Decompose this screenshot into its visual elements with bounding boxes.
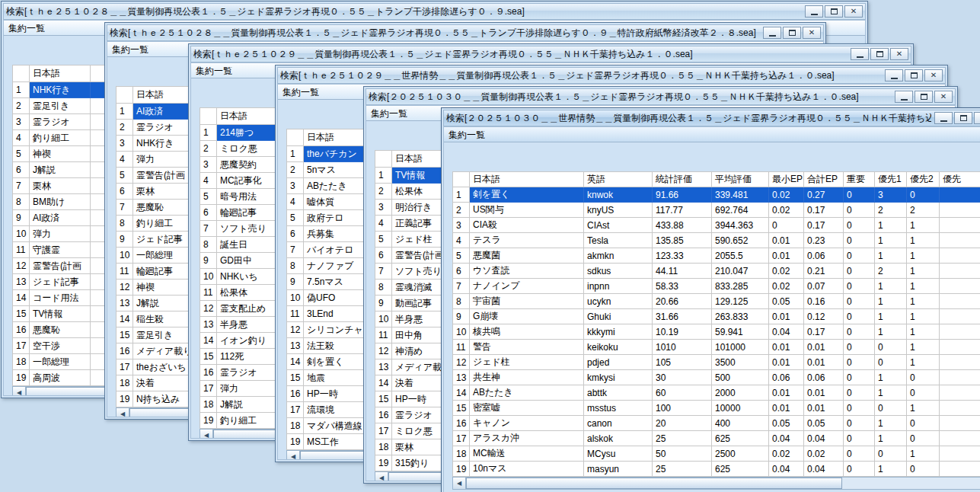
maximize-button[interactable] (825, 5, 843, 18)
grid-cell[interactable]: NHKいち (217, 269, 278, 285)
grid-cell[interactable]: 3 (875, 187, 907, 203)
grid-cell[interactable]: 50 (653, 446, 712, 462)
grid-cell[interactable]: 1 (907, 218, 940, 233)
grid-cell[interactable]: 警告 (470, 340, 584, 355)
row-number-cell[interactable]: 2 (13, 98, 30, 114)
row-number-cell[interactable]: 8 (117, 216, 133, 232)
grid-cell[interactable]: 神禊 (133, 280, 194, 296)
grid-cell[interactable]: ジェド柱 (470, 355, 584, 370)
row-number-cell[interactable]: 11 (287, 306, 304, 322)
row-number-cell[interactable]: 12 (200, 301, 217, 317)
minimize-button[interactable] (763, 27, 781, 39)
grid-cell[interactable]: 0.01 (769, 355, 804, 370)
grid-cell[interactable]: 590.652 (712, 233, 769, 248)
grid-cell[interactable]: 0 (844, 355, 875, 370)
grid-cell[interactable]: 弾力 (133, 152, 194, 168)
grid-cell[interactable]: CIA殺 (470, 218, 584, 233)
grid-cell[interactable]: 25 (653, 431, 712, 446)
grid-cell[interactable]: 兵募集 (304, 226, 365, 242)
grid-cell[interactable] (940, 187, 980, 203)
row-number-cell[interactable]: 4 (200, 173, 217, 189)
row-number-cell[interactable]: 11 (200, 285, 217, 301)
grid-cell[interactable]: 2000 (712, 385, 769, 401)
grid-cell[interactable]: theバチカン (304, 146, 365, 162)
grid-cell[interactable]: 0.01 (769, 401, 804, 416)
row-number-cell[interactable]: 6 (200, 205, 217, 221)
grid-cell[interactable]: keikoku (584, 340, 653, 355)
grid-cell[interactable]: 0 (844, 462, 875, 477)
minimize-button[interactable] (851, 48, 869, 60)
grid-cell[interactable]: 輪廻記事 (133, 264, 194, 280)
grid-cell[interactable]: 1 (907, 248, 940, 264)
row-number-cell[interactable]: 15 (200, 349, 217, 365)
grid-cell[interactable]: 10nマス (470, 462, 584, 477)
row-number-cell[interactable]: 10 (453, 324, 470, 340)
grid-cell[interactable]: G崩壊 (470, 309, 584, 324)
minimize-button[interactable] (895, 91, 913, 103)
grid-cell[interactable]: 101000 (712, 340, 769, 355)
grid-cell[interactable] (940, 370, 980, 385)
grid-cell[interactable]: 1 (907, 279, 940, 294)
grid-cell[interactable]: 0 (844, 340, 875, 355)
table-row[interactable]: 3CIA殺CIAst433.883944.36300.17011 (453, 218, 980, 233)
grid-cell[interactable]: 霊警告(計画 (30, 258, 91, 274)
grid-cell[interactable]: 地震 (304, 370, 365, 386)
row-number-cell[interactable]: 13 (453, 370, 470, 385)
grid-cell[interactable]: 1 (875, 233, 907, 248)
row-number-cell[interactable]: 1 (200, 125, 217, 141)
grid-cell[interactable]: knyUS (584, 203, 653, 218)
grid-cell[interactable]: 0.07 (804, 279, 844, 294)
row-number-cell[interactable]: 1 (117, 104, 133, 120)
grid-cell[interactable] (940, 385, 980, 401)
close-button[interactable]: ✕ (924, 69, 943, 81)
grid-cell[interactable]: 1 (875, 385, 907, 401)
grid-cell[interactable]: 0 (844, 264, 875, 279)
minimize-button[interactable] (934, 112, 953, 124)
grid-cell[interactable]: 1 (875, 218, 907, 233)
row-number-cell[interactable]: 17 (375, 423, 392, 439)
table-row[interactable]: 17アラスカ沖alskok256250.040.04010 (453, 431, 980, 446)
grid-cell[interactable]: 霊ラジオ (217, 365, 278, 381)
grid-cell[interactable]: 2 (875, 203, 907, 218)
scroll-left-button[interactable]: ◀ (117, 408, 129, 417)
grid-cell[interactable]: 誕生日 (217, 237, 278, 253)
row-number-cell[interactable]: 1 (375, 168, 392, 184)
row-number-cell[interactable]: 18 (117, 375, 133, 391)
grid-cell[interactable]: 霊足引き (30, 98, 91, 114)
grid-cell[interactable]: J解説 (133, 296, 194, 311)
grid-cell[interactable]: 1010 (653, 340, 712, 355)
grid-cell[interactable]: 半身悪 (217, 317, 278, 333)
grid-cell[interactable]: 0.06 (804, 370, 844, 385)
grid-cell[interactable]: 栗林 (133, 184, 194, 200)
row-number-cell[interactable]: 17 (287, 402, 304, 418)
grid-cell[interactable]: 1 (875, 416, 907, 431)
grid-cell[interactable]: 117.77 (653, 203, 712, 218)
row-number-cell[interactable]: 8 (287, 258, 304, 274)
row-number-cell[interactable]: 2 (453, 203, 470, 218)
grid-cell[interactable]: kkkymi (584, 324, 653, 340)
grid-cell[interactable]: 105 (653, 355, 712, 370)
grid-cell[interactable]: 1 (875, 431, 907, 446)
row-number-cell[interactable]: 18 (453, 446, 470, 462)
grid-cell[interactable]: 一郎総理 (133, 248, 194, 264)
minimize-button[interactable] (805, 5, 823, 18)
scroll-left-button[interactable]: ◀ (13, 387, 26, 396)
grid-cell[interactable]: 守護霊 (30, 242, 91, 258)
maximize-button[interactable] (954, 112, 972, 124)
row-number-cell[interactable]: 11 (13, 242, 30, 258)
grid-cell[interactable]: 0.01 (769, 385, 804, 401)
row-number-cell[interactable]: 19 (453, 462, 470, 477)
grid-cell[interactable]: 30 (653, 370, 712, 385)
row-number-cell[interactable]: 9 (287, 274, 304, 290)
row-number-cell[interactable]: 8 (13, 194, 30, 210)
scroll-thumb[interactable] (466, 478, 842, 489)
grid-cell[interactable]: 1 (907, 355, 940, 370)
grid-cell[interactable]: CIAst (584, 218, 653, 233)
table-row[interactable]: 2US関与knyUS117.77692.7640.020.17022 (453, 203, 980, 218)
grid-cell[interactable]: knwok (584, 187, 653, 203)
grid-cell[interactable]: akmkn (584, 248, 653, 264)
row-number-cell[interactable]: 19 (117, 391, 133, 407)
grid-cell[interactable]: 0 (844, 401, 875, 416)
row-number-cell[interactable]: 14 (13, 290, 30, 306)
grid-cell[interactable]: 0 (875, 355, 907, 370)
